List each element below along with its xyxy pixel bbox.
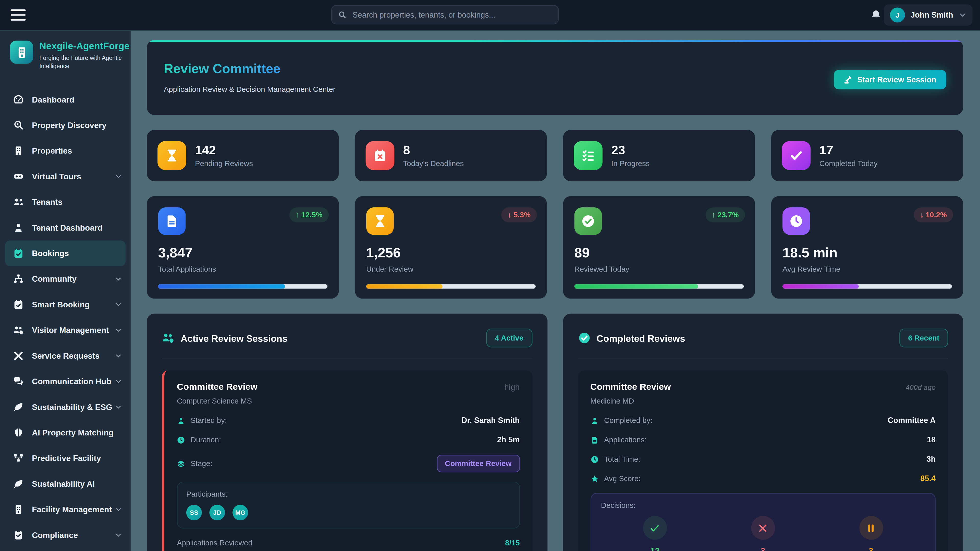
chevron-down-icon	[115, 352, 122, 359]
row-label: Total Time:	[604, 455, 640, 464]
stat-card-under-review: ↓ 5.3% 1,256 Under Review	[355, 196, 547, 299]
sidebar-item-label: AI Property Matching	[32, 428, 114, 437]
row-label: Completed by:	[604, 416, 652, 425]
recent-count-badge[interactable]: 6 Recent	[899, 329, 948, 347]
topbar: J John Smith	[0, 0, 980, 30]
user-name: John Smith	[911, 11, 953, 19]
sidebar-item-bookings[interactable]: Bookings	[5, 240, 126, 266]
sidebar-item-tenant-dashboard[interactable]: Tenant Dashboard	[0, 214, 130, 240]
delta-badge: ↓ 10.2%	[914, 207, 953, 222]
chevron-down-icon	[959, 11, 966, 19]
stat-card-pending-reviews: 142Pending Reviews	[147, 130, 339, 181]
notifications-bell-icon[interactable]	[870, 9, 881, 21]
sidebar-item-label: Sustainability AI	[32, 479, 95, 488]
start-review-session-button[interactable]: Start Review Session	[834, 70, 946, 89]
search-pin-icon	[13, 120, 24, 130]
stat-card-todays-deadlines: 8Today's Deadlines	[355, 130, 547, 181]
gauge-icon	[13, 94, 24, 105]
stat-label: Completed Today	[819, 159, 878, 168]
sidebar-item-communication-hub[interactable]: Communication Hub	[0, 368, 130, 394]
stats-row-1: 142Pending Reviews 8Today's Deadlines 23…	[147, 130, 963, 181]
hamburger-menu-icon[interactable]	[11, 10, 26, 21]
sidebar-item-label: Smart Booking	[32, 300, 89, 309]
active-count-badge[interactable]: 4 Active	[486, 329, 532, 347]
chevron-down-icon	[115, 301, 122, 308]
panel-title: Active Review Sessions	[181, 333, 288, 343]
leaf-icon	[13, 478, 24, 489]
search-icon	[338, 11, 346, 19]
completed-reviews-panel: Completed Reviews 6 Recent Committee Rev…	[563, 313, 963, 551]
participant-avatar: MG	[232, 505, 248, 520]
brand-name: Nexgile-AgentForge	[39, 41, 122, 51]
gavel-icon	[843, 75, 852, 84]
stage-badge: Committee Review	[437, 455, 520, 472]
stat-value: 18.5 min	[783, 245, 952, 261]
stat-value: 3,847	[158, 245, 328, 261]
completed-row-total-time: Total Time: 3h	[590, 455, 935, 464]
stat-card-avg-review-time: ↓ 10.2% 18.5 min Avg Review Time	[771, 196, 963, 299]
sidebar-item-label: Sustainability & ESG	[32, 402, 112, 411]
list-check-icon	[581, 149, 595, 162]
brand-tagline: Forging the Future with Agentic Intellig…	[39, 54, 122, 70]
stat-icon-tile	[783, 207, 810, 235]
sidebar-item-compliance[interactable]: Compliance	[0, 522, 130, 548]
session-program: Computer Science MS	[177, 397, 520, 405]
stat-card-completed-today: 17Completed Today	[771, 130, 963, 181]
sidebar-item-tenants[interactable]: Tenants	[0, 189, 130, 214]
chevron-down-icon	[115, 531, 122, 538]
progress-bar	[574, 284, 744, 289]
sidebar-item-label: Service Requests	[32, 351, 100, 360]
sidebar-item-visitor-management[interactable]: Visitor Management	[0, 317, 130, 343]
sidebar-item-smart-booking[interactable]: Smart Booking	[0, 292, 130, 317]
x-icon	[758, 523, 768, 534]
person-icon	[13, 222, 24, 233]
row-value: Dr. Sarah Smith	[461, 416, 520, 425]
sidebar-item-label: Communication Hub	[32, 376, 111, 386]
completed-title: Committee Review	[590, 382, 671, 392]
sidebar-item-ai-property-matching[interactable]: AI Property Matching	[0, 420, 130, 445]
stat-icon-tile	[366, 141, 395, 170]
sidebar-item-predictive-facility[interactable]: Predictive Facility	[0, 445, 130, 471]
priority-label: high	[504, 383, 520, 392]
brand-logo	[10, 41, 33, 64]
sidebar-item-label: Facility Management	[32, 505, 112, 514]
decisions-label: Decisions:	[601, 501, 925, 510]
network-icon	[13, 273, 24, 284]
sidebar-item-sustainability-esg[interactable]: Sustainability & ESG	[0, 394, 130, 419]
stat-value: 89	[574, 245, 744, 261]
calendar-alert-icon	[373, 149, 387, 162]
sidebar-item-sustainability-ai[interactable]: Sustainability AI	[0, 471, 130, 496]
chevron-down-icon	[115, 403, 122, 410]
user-menu[interactable]: J John Smith	[884, 4, 973, 25]
chevron-down-icon	[115, 275, 122, 282]
calendar-check-icon	[13, 299, 24, 310]
stat-label: Total Applications	[158, 265, 328, 273]
sidebar-item-virtual-tours[interactable]: Virtual Tours	[0, 164, 130, 189]
row-label: Applications:	[604, 435, 647, 444]
sidebar-item-community[interactable]: Community	[0, 266, 130, 291]
stat-value: 17	[819, 143, 878, 157]
row-value: 3h	[926, 455, 935, 464]
stat-label: Today's Deadlines	[403, 159, 464, 168]
calendar-check-icon	[13, 248, 24, 259]
search-input[interactable]	[351, 10, 552, 20]
leaf-icon	[13, 402, 24, 412]
row-label: Avg Score:	[604, 474, 641, 483]
participants-label: Participants:	[186, 490, 511, 499]
sidebar-item-properties[interactable]: Properties	[0, 138, 130, 163]
sidebar-item-service-requests[interactable]: Service Requests	[0, 343, 130, 368]
time-ago: 400d ago	[906, 384, 935, 391]
sidebar-item-facility-management[interactable]: Facility Management	[0, 496, 130, 522]
session-card: Committee Review high Computer Science M…	[162, 370, 532, 551]
stat-label: Pending Reviews	[195, 159, 253, 168]
stat-label: In Progress	[611, 159, 649, 168]
decision-rejected: 3	[751, 516, 775, 551]
divider	[578, 359, 948, 359]
active-sessions-panel: Active Review Sessions 4 Active Committe…	[147, 313, 547, 551]
decision-approved: 12	[643, 516, 667, 551]
users-icon	[13, 197, 24, 207]
sidebar-item-dashboard[interactable]: Dashboard	[0, 86, 130, 112]
row-value: 85.4	[921, 474, 936, 483]
chevron-down-icon	[115, 173, 122, 179]
sidebar-item-property-discovery[interactable]: Property Discovery	[0, 112, 130, 138]
